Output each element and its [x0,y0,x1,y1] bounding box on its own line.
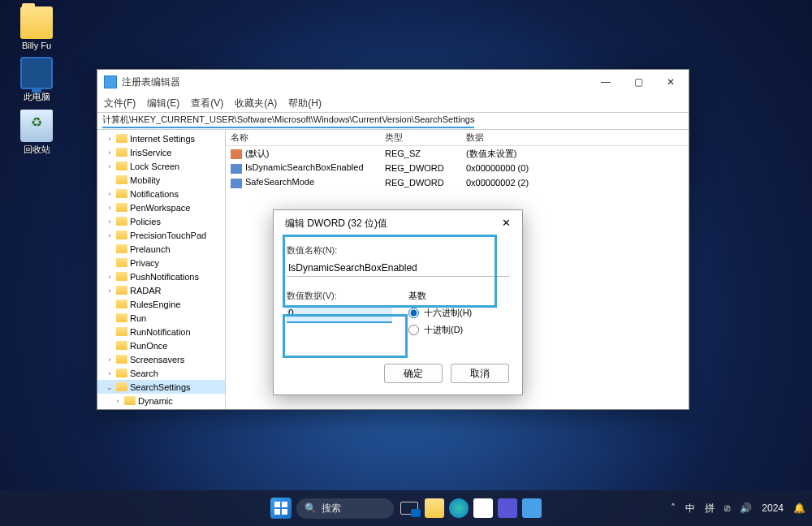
tree-item[interactable]: ›Dynamic [97,394,225,407]
dialog-close-button[interactable]: ✕ [493,213,519,234]
chevron-icon: › [114,397,122,405]
chevron-icon: › [106,287,114,295]
task-view-button[interactable] [399,498,420,519]
folder-icon [20,6,53,39]
tree-item[interactable]: Run [97,311,225,325]
value-name-field: IsDynamicSearchBoxEnabled [287,260,509,277]
tree-item[interactable]: ›PrecisionTouchPad [97,228,225,242]
folder-icon [116,175,127,184]
tree-item[interactable]: ›Policies [97,214,225,228]
list-row[interactable]: IsDynamicSearchBoxEnabledREG_DWORD0x0000… [226,161,689,175]
tree-item[interactable]: RulesEngine [97,297,225,311]
address-bar[interactable]: 计算机\HKEY_CURRENT_USER\Software\Microsoft… [97,112,689,130]
folder-icon [116,231,127,239]
tree-item[interactable]: Mobility [97,173,225,187]
dialog-title: 编辑 DWORD (32 位)值 [285,217,387,231]
list-row[interactable]: (默认)REG_SZ(数值未设置) [226,146,689,161]
radix-hex-radio[interactable]: 十六进制(H) [408,307,472,319]
ime-mode[interactable]: 拼 [705,502,715,515]
col-type[interactable]: 类型 [380,132,461,144]
taskbar-store[interactable] [473,498,493,518]
tree-item[interactable]: Privacy [97,256,225,269]
registry-tree[interactable]: ›Internet Settings›IrisService›Lock Scre… [97,130,226,409]
radio-input[interactable] [408,325,419,335]
search-placeholder: 搜索 [322,502,341,515]
titlebar[interactable]: 注册表编辑器 — ▢ ✕ [97,70,689,94]
tree-label: Search [130,369,158,378]
dialog-titlebar[interactable]: 编辑 DWORD (32 位)值 ✕ [274,210,522,236]
ok-button[interactable]: 确定 [384,364,443,383]
tree-item[interactable]: ›RADAR [97,283,225,297]
desktop-icon-billy-folder[interactable]: Billy Fu [6,6,67,50]
folder-icon [116,286,127,295]
maximize-button[interactable]: ▢ [622,71,654,93]
menu-file[interactable]: 文件(F) [104,97,136,110]
menu-view[interactable]: 查看(V) [191,97,223,110]
tree-item[interactable]: ›Screensavers [97,352,225,366]
taskbar-regedit[interactable] [522,498,542,518]
radio-input[interactable] [408,308,419,318]
folder-icon [116,382,127,391]
system-tray: ˄ 中 拼 ⎚ 🔊 2024 🔔 [671,502,806,515]
tree-item[interactable]: RunNotification [97,325,225,338]
tree-label: Run [130,313,146,323]
folder-icon [116,134,127,143]
value-data: (数值未设置) [461,148,689,160]
tree-item[interactable]: ⌄SearchSettings [97,380,225,394]
menubar: 文件(F) 编辑(E) 查看(V) 收藏夹(A) 帮助(H) [97,94,689,112]
menu-favorites[interactable]: 收藏夹(A) [235,97,277,110]
tree-item[interactable]: ›Notifications [97,187,225,200]
tree-item[interactable]: ›PushNotifications [97,269,225,283]
folder-icon [124,396,136,405]
folder-icon [116,327,127,336]
folder-icon [116,355,127,364]
chevron-icon: › [106,162,114,170]
chevron-icon: › [106,369,114,377]
desktop-icon-recycle-bin[interactable]: 回收站 [6,110,67,156]
radix-dec-radio[interactable]: 十进制(D) [408,324,472,336]
edit-dword-dialog: 编辑 DWORD (32 位)值 ✕ 数值名称(N): IsDynamicSea… [273,209,523,395]
minimize-button[interactable]: — [590,71,622,93]
tree-label: Notifications [130,189,179,199]
tree-label: RADAR [130,286,162,295]
value-name: (默认) [245,149,269,158]
tree-label: Mobility [130,175,160,185]
close-button[interactable]: ✕ [654,71,687,93]
pc-icon [20,57,53,89]
tree-item[interactable]: ›Search [97,366,225,380]
svg-rect-1 [282,502,287,507]
tree-item[interactable]: ›Lock Screen [97,159,225,173]
taskbar-edge[interactable] [449,498,469,518]
network-icon[interactable]: ⎚ [724,502,730,514]
value-data-input[interactable] [287,305,392,323]
tree-label: PrecisionTouchPad [130,231,206,240]
notifications-icon[interactable]: 🔔 [793,502,806,514]
clock[interactable]: 2024 [762,502,784,514]
tray-chevron-icon[interactable]: ˄ [671,502,676,514]
tree-item[interactable]: ›IrisService [97,145,225,159]
value-data: 0x00000002 (2) [461,178,689,188]
taskbar-explorer[interactable] [425,498,444,518]
desktop-icon-this-pc[interactable]: 此电脑 [6,57,67,103]
tree-label: Lock Screen [130,162,179,171]
tree-item[interactable]: Prelaunch [97,242,225,256]
tree-item[interactable]: ›PenWorkspace [97,200,225,214]
list-row[interactable]: SafeSearchModeREG_DWORD0x00000002 (2) [226,175,689,190]
cancel-button[interactable]: 取消 [451,364,509,383]
ime-indicator[interactable]: 中 [685,502,695,515]
volume-icon[interactable]: 🔊 [740,502,752,514]
value-name: SafeSearchMode [245,177,314,187]
menu-edit[interactable]: 编辑(E) [147,97,179,110]
tree-item[interactable]: ›Internet Settings [97,132,225,145]
tree-item[interactable]: RunOnce [97,338,225,352]
svg-rect-2 [274,509,280,515]
tree-label: Dynamic [138,396,173,406]
folder-icon [116,369,127,377]
taskbar-search[interactable]: 🔍搜索 [296,498,394,519]
menu-help[interactable]: 帮助(H) [288,97,322,110]
taskbar-app[interactable] [498,498,517,518]
col-data[interactable]: 数据 [461,132,689,144]
col-name[interactable]: 名称 [226,132,380,144]
start-button[interactable] [270,498,292,519]
tree-item[interactable]: ›Security and Maint [97,407,225,409]
